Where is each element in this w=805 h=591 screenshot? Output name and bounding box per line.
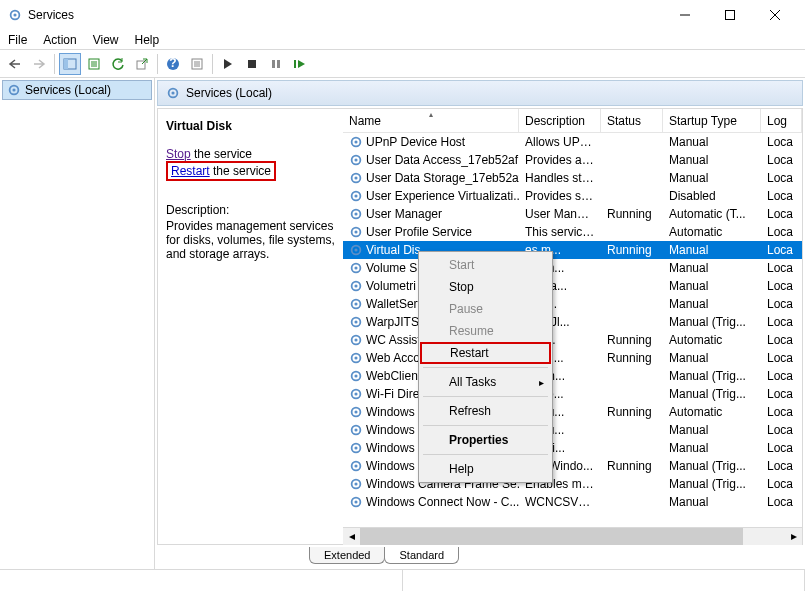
svg-point-32 [354,176,357,179]
window-title: Services [28,8,662,22]
service-startup: Manual (Trig... [663,315,761,329]
service-desc: Handles sto... [519,171,601,185]
toolbar: ? [0,50,805,78]
service-startup: Manual [663,441,761,455]
close-button[interactable] [752,1,797,30]
export-list-button[interactable] [83,53,105,75]
table-row[interactable]: WC Assistare ...RunningAutomaticLoca [343,331,802,349]
service-startup: Manual (Trig... [663,477,761,491]
table-row[interactable]: User Data Storage_17eb52afHandles sto...… [343,169,802,187]
svg-point-68 [354,500,357,503]
refresh-button[interactable] [107,53,129,75]
svg-point-44 [354,284,357,287]
scroll-thumb[interactable] [360,528,743,545]
col-status[interactable]: Status [601,109,663,132]
context-menu-item-refresh[interactable]: Refresh [421,400,550,422]
service-startup: Manual [663,279,761,293]
gear-icon [349,333,363,347]
svg-point-62 [354,446,357,449]
table-row[interactable]: Windowses Wi...ManualLoca [343,439,802,457]
right-pane-header: Services (Local) [157,80,803,106]
col-logon[interactable]: Log [761,109,802,132]
col-startup-type[interactable]: Startup Type [663,109,761,132]
service-name: Windows [366,441,415,455]
left-pane: Services (Local) [0,78,155,569]
table-row[interactable]: User Data Access_17eb52afProvides ap...M… [343,151,802,169]
tab-extended[interactable]: Extended [309,547,385,564]
col-name[interactable]: Name▴ [343,109,519,132]
svg-point-64 [354,464,357,467]
services-list: Name▴ Description Status Startup Type Lo… [343,109,802,544]
gear-icon [349,261,363,275]
gear-icon [349,135,363,149]
context-menu-item-help[interactable]: Help [421,458,550,480]
table-row[interactable]: Volumetrispatia...ManualLoca [343,277,802,295]
service-desc: Allows UPn... [519,135,601,149]
minimize-button[interactable] [662,1,707,30]
service-startup: Manual [663,153,761,167]
gear-icon [349,315,363,329]
table-row[interactable]: WarpJITSves a Jl...Manual (Trig...Loca [343,313,802,331]
table-row[interactable]: User ManagerUser Manag...RunningAutomati… [343,205,802,223]
svg-point-28 [354,140,357,143]
table-row[interactable]: Web Accorvice ...RunningManualLoca [343,349,802,367]
description-label: Description: [166,203,335,217]
table-row[interactable]: UPnP Device HostAllows UPn...ManualLoca [343,133,802,151]
table-row[interactable]: Windowses au...ManualLoca [343,421,802,439]
table-row[interactable]: WebClients Win...Manual (Trig...Loca [343,367,802,385]
svg-point-66 [354,482,357,485]
stop-button[interactable] [241,53,263,75]
context-menu-item-stop[interactable]: Stop [421,276,550,298]
service-status: Running [601,333,663,347]
service-desc: User Manag... [519,207,601,221]
menu-view[interactable]: View [93,33,119,47]
restart-service-link[interactable]: Restart [171,164,210,178]
table-row[interactable]: Windows Biometric ServiceThe Windo...Run… [343,457,802,475]
table-row[interactable]: Wi-Fi Direes co...Manual (Trig...Loca [343,385,802,403]
table-row[interactable]: Windowses au...RunningAutomaticLoca [343,403,802,421]
service-logon: Loca [761,459,802,473]
horizontal-scrollbar[interactable]: ◂ ▸ [343,527,802,544]
menu-help[interactable]: Help [135,33,160,47]
gear-icon [349,495,363,509]
table-row[interactable]: User Experience Virtualizati...Provides … [343,187,802,205]
play-button[interactable] [217,53,239,75]
context-menu-item-all-tasks[interactable]: All Tasks [421,371,550,393]
service-name: WalletServ [366,297,424,311]
stop-service-link[interactable]: Stop the service [166,147,335,161]
menu-file[interactable]: File [8,33,27,47]
col-description[interactable]: Description [519,109,601,132]
service-startup: Manual [663,495,761,509]
service-logon: Loca [761,333,802,347]
svg-point-48 [354,320,357,323]
tab-standard[interactable]: Standard [384,547,459,564]
scroll-right-icon[interactable]: ▸ [785,528,802,545]
table-row[interactable]: WalletServbjec...ManualLoca [343,295,802,313]
svg-point-34 [354,194,357,197]
gear-icon [349,477,363,491]
menu-action[interactable]: Action [43,33,76,47]
help-button[interactable]: ? [162,53,184,75]
service-desc: Provides su... [519,189,601,203]
back-button[interactable] [4,53,26,75]
table-row[interactable]: Windows Connect Now - C...WCNCSVC ...Man… [343,493,802,511]
export-button[interactable] [131,53,153,75]
service-startup: Manual (Trig... [663,369,761,383]
restart-button[interactable] [289,53,311,75]
forward-button[interactable] [28,53,50,75]
show-hide-tree-button[interactable] [59,53,81,75]
table-row[interactable]: Windows Camera Frame Se...Enables mul...… [343,475,802,493]
table-row[interactable]: Virtual Dises m...RunningManualLoca [343,241,802,259]
table-row[interactable]: Volume Shes an...ManualLoca [343,259,802,277]
svg-text:?: ? [169,57,176,70]
maximize-button[interactable] [707,1,752,30]
selected-service-name: Virtual Disk [166,119,335,133]
tree-item-services-local[interactable]: Services (Local) [2,80,152,100]
pause-button[interactable] [265,53,287,75]
context-menu-item-properties[interactable]: Properties [421,429,550,451]
table-row[interactable]: User Profile ServiceThis service ...Auto… [343,223,802,241]
service-logon: Loca [761,369,802,383]
context-menu-item-restart[interactable]: Restart [420,342,551,364]
properties-button[interactable] [186,53,208,75]
scroll-left-icon[interactable]: ◂ [343,528,360,545]
